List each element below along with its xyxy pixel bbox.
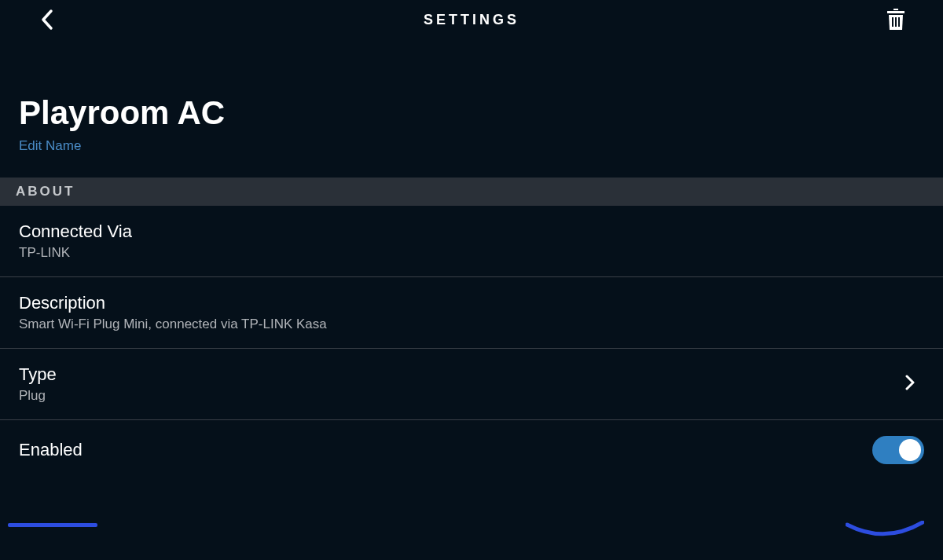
svg-rect-3 (895, 17, 897, 27)
edit-name-link[interactable]: Edit Name (19, 138, 924, 154)
list-item-content: Connected Via TP-LINK (19, 221, 924, 261)
list-item-title: Connected Via (19, 221, 924, 242)
svg-rect-0 (893, 9, 898, 10)
section-header-about: ABOUT (0, 178, 943, 206)
toggle-knob (899, 439, 921, 461)
svg-rect-2 (892, 17, 893, 27)
list-item-type[interactable]: Type Plug (0, 349, 943, 420)
annotation-underline (8, 523, 97, 527)
list-item-enabled: Enabled (0, 420, 943, 480)
list-item-title: Description (19, 293, 924, 313)
list-item-subtitle: Plug (19, 388, 905, 404)
back-button[interactable] (31, 4, 63, 35)
trash-icon (886, 9, 905, 31)
list-item-content: Type Plug (19, 364, 905, 404)
enabled-toggle[interactable] (872, 436, 924, 464)
device-name: Playroom AC (19, 94, 924, 132)
list-item-title: Type (19, 364, 905, 385)
delete-button[interactable] (880, 4, 912, 35)
enabled-label: Enabled (19, 440, 83, 460)
device-header: Playroom AC Edit Name (0, 39, 943, 178)
list-item-subtitle: Smart Wi-Fi Plug Mini, connected via TP-… (19, 317, 924, 332)
list-item-subtitle: TP-LINK (19, 245, 924, 261)
svg-rect-4 (898, 17, 900, 27)
list-item-connected-via: Connected Via TP-LINK (0, 206, 943, 277)
annotation-curve (846, 521, 924, 544)
chevron-left-icon (40, 9, 54, 31)
chevron-right-icon (905, 375, 915, 393)
header-bar: SETTINGS (0, 0, 943, 39)
list-item-description: Description Smart Wi-Fi Plug Mini, conne… (0, 277, 943, 349)
svg-rect-1 (887, 11, 904, 13)
page-title: SETTINGS (424, 12, 519, 28)
list-item-content: Description Smart Wi-Fi Plug Mini, conne… (19, 293, 924, 332)
